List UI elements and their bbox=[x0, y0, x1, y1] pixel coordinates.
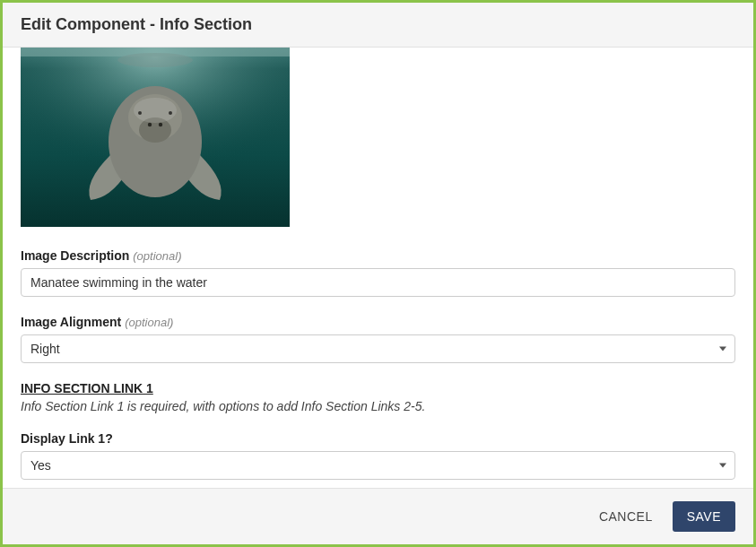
image-alignment-select[interactable]: Right bbox=[21, 334, 735, 363]
image-alignment-label: Image Alignment (optional) bbox=[21, 315, 735, 329]
image-description-input[interactable] bbox=[21, 268, 735, 297]
svg-point-3 bbox=[117, 53, 193, 67]
link-section-note: Info Section Link 1 is required, with op… bbox=[21, 399, 735, 413]
save-button[interactable]: SAVE bbox=[673, 501, 735, 532]
manatee-image bbox=[21, 48, 290, 227]
image-alignment-label-text: Image Alignment bbox=[21, 315, 121, 329]
svg-point-12 bbox=[134, 98, 177, 123]
image-description-label: Image Description (optional) bbox=[21, 248, 735, 263]
link-section-intro: INFO SECTION LINK 1 Info Section Link 1 … bbox=[21, 381, 735, 413]
image-preview bbox=[21, 48, 290, 227]
image-alignment-group: Image Alignment (optional) Right bbox=[21, 315, 735, 363]
display-link-1-select-wrap: Yes bbox=[21, 451, 735, 480]
edit-component-modal: Edit Component - Info Section bbox=[0, 0, 756, 547]
modal-body: Image Description (optional) Image Align… bbox=[3, 48, 753, 488]
image-description-label-text: Image Description bbox=[21, 248, 129, 263]
link-section-heading: INFO SECTION LINK 1 bbox=[21, 381, 735, 395]
modal-title: Edit Component - Info Section bbox=[21, 15, 735, 34]
image-description-group: Image Description (optional) bbox=[21, 248, 735, 297]
modal-footer: CANCEL SAVE bbox=[3, 488, 753, 544]
image-alignment-optional-hint: (optional) bbox=[125, 316, 173, 329]
display-link-1-group: Display Link 1? Yes bbox=[21, 431, 735, 480]
image-alignment-select-wrap: Right bbox=[21, 334, 735, 363]
display-link-1-label-text: Display Link 1? bbox=[21, 431, 113, 446]
image-description-optional-hint: (optional) bbox=[133, 249, 181, 263]
display-link-1-label: Display Link 1? bbox=[21, 431, 735, 446]
cancel-button[interactable]: CANCEL bbox=[594, 502, 658, 531]
modal-header: Edit Component - Info Section bbox=[3, 3, 753, 48]
display-link-1-select[interactable]: Yes bbox=[21, 451, 735, 480]
